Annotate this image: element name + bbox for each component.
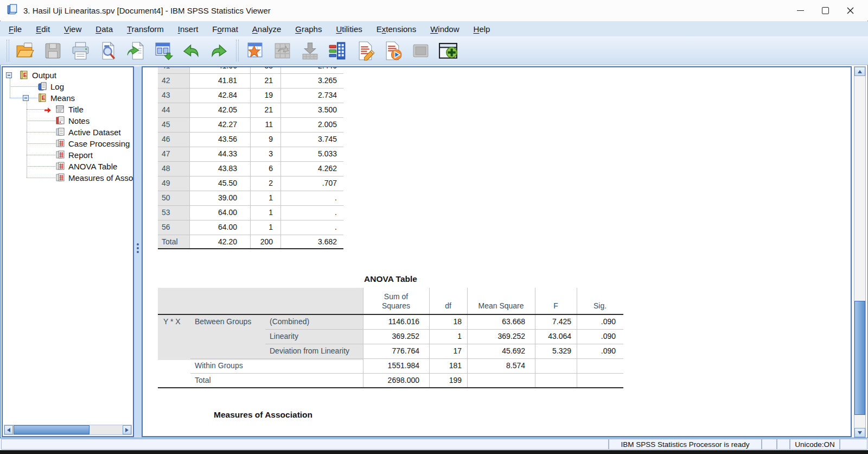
content-vertical-scrollbar[interactable] bbox=[854, 66, 866, 438]
report-cell: 3 bbox=[250, 147, 273, 161]
anova-sub-label: Deviation from Linearity bbox=[270, 344, 361, 358]
window-title: 3. Hasil Uji Linearitas.spv [Document4] … bbox=[23, 6, 271, 15]
close-icon bbox=[847, 7, 854, 14]
right-arrow-icon bbox=[125, 428, 129, 432]
goto-case-icon[interactable] bbox=[243, 39, 266, 62]
report-cell: 1 bbox=[250, 191, 273, 205]
sidebar-item-output[interactable]: Output bbox=[32, 70, 56, 81]
tree-expander-means[interactable] bbox=[23, 95, 29, 101]
content-vscroll-thumb[interactable] bbox=[854, 301, 865, 415]
sidebar-item-report[interactable]: Report bbox=[68, 149, 93, 161]
report-row-label: 48 bbox=[162, 161, 188, 176]
menu-analyze[interactable]: Analyze bbox=[245, 23, 288, 35]
print-icon[interactable] bbox=[69, 39, 92, 62]
sidebar-item-title[interactable]: Title bbox=[68, 104, 84, 115]
anova-group-label: Total bbox=[195, 373, 263, 388]
tree-connector bbox=[27, 121, 55, 121]
book-icon: E bbox=[37, 93, 47, 103]
status-cell-empty bbox=[777, 439, 790, 450]
report-row-label: 49 bbox=[162, 176, 188, 191]
table-icon bbox=[55, 150, 65, 160]
menu-format[interactable]: Format bbox=[205, 23, 245, 35]
status-cell-empty bbox=[840, 439, 867, 450]
report-cell: . bbox=[280, 220, 337, 235]
close-button[interactable] bbox=[838, 0, 863, 21]
menu-view[interactable]: View bbox=[57, 23, 88, 35]
unicode-status: Unicode:ON bbox=[790, 439, 840, 450]
menu-graphs[interactable]: Graphs bbox=[288, 23, 329, 35]
variables-icon[interactable] bbox=[326, 39, 349, 62]
anova-cell: 1 bbox=[429, 329, 462, 344]
report-cell: . bbox=[280, 205, 337, 220]
tree-connector bbox=[27, 155, 55, 155]
menu-window[interactable]: Window bbox=[423, 23, 466, 35]
sidebar-item-measures-of-asso[interactable]: Measures of Asso bbox=[68, 172, 133, 184]
designate-window-icon[interactable] bbox=[437, 39, 459, 62]
window-bottom-edge bbox=[0, 450, 868, 454]
outline-tree-panel[interactable]: EOutputLogEMeansTitleNotesActive Dataset… bbox=[2, 66, 134, 437]
sidebar-item-log[interactable]: Log bbox=[50, 81, 64, 92]
undo-icon[interactable] bbox=[180, 39, 202, 62]
print-preview-icon[interactable] bbox=[97, 39, 119, 62]
scroll-left-button[interactable] bbox=[4, 425, 13, 434]
scroll-right-button[interactable] bbox=[123, 425, 131, 434]
menu-data[interactable]: Data bbox=[88, 23, 120, 35]
recall-dialogs-icon[interactable] bbox=[152, 39, 175, 62]
report-cell: . bbox=[280, 191, 337, 205]
output-content-panel[interactable]: 4141.06332.4464241.81213.2654342.84192.7… bbox=[142, 66, 852, 437]
menu-transform[interactable]: Transform bbox=[120, 23, 171, 35]
report-cell: 2 bbox=[250, 176, 273, 191]
log-icon bbox=[37, 81, 47, 91]
report-cell: 3.500 bbox=[280, 103, 337, 117]
anova-cell: 1146.016 bbox=[363, 314, 419, 329]
tree-hscroll-thumb[interactable] bbox=[14, 425, 90, 434]
report-cell: 45.50 bbox=[189, 176, 237, 191]
down-arrow-icon bbox=[858, 431, 862, 434]
sidebar-item-anova-table[interactable]: ANOVA Table bbox=[68, 161, 117, 172]
report-cell: 42.05 bbox=[189, 103, 237, 117]
report-cell: 33 bbox=[250, 66, 273, 73]
tree-connector bbox=[27, 132, 55, 133]
tree-horizontal-scrollbar[interactable] bbox=[4, 425, 132, 435]
edit-document-icon[interactable] bbox=[354, 39, 376, 62]
report-cell: 41.06 bbox=[189, 66, 237, 73]
export-icon[interactable] bbox=[124, 39, 147, 62]
report-row-label: Total bbox=[162, 235, 188, 249]
report-table[interactable]: 4141.06332.4464241.81213.2654342.84192.7… bbox=[158, 66, 343, 249]
report-row-label: 43 bbox=[162, 88, 188, 103]
menu-insert[interactable]: Insert bbox=[171, 23, 206, 35]
report-row-label: 53 bbox=[162, 205, 188, 220]
tree-connector bbox=[27, 166, 55, 167]
anova-cell: .090 bbox=[577, 344, 616, 358]
report-row-label: 44 bbox=[162, 103, 188, 117]
anova-table-title: ANOVA Table bbox=[158, 274, 623, 284]
book-icon: E bbox=[19, 70, 29, 80]
split-divider[interactable] bbox=[134, 66, 142, 437]
menu-file[interactable]: File bbox=[2, 23, 29, 35]
menu-help[interactable]: Help bbox=[467, 23, 497, 35]
report-cell: 42.20 bbox=[189, 235, 237, 249]
menu-utilities[interactable]: Utilities bbox=[329, 23, 369, 35]
run-script-icon[interactable] bbox=[381, 39, 404, 62]
scroll-up-button[interactable] bbox=[854, 67, 865, 76]
anova-table[interactable]: Sum ofSquaresdfMean SquareFSig.Y * XBetw… bbox=[158, 288, 623, 388]
scroll-down-button[interactable] bbox=[854, 428, 865, 437]
sidebar-item-case-processing[interactable]: Case Processing bbox=[68, 138, 130, 149]
anova-cell: 8.574 bbox=[467, 358, 525, 373]
sidebar-item-active-dataset[interactable]: Active Dataset bbox=[68, 127, 121, 138]
title-bar: 3. Hasil Uji Linearitas.spv [Document4] … bbox=[0, 0, 868, 21]
menu-extensions[interactable]: Extensions bbox=[369, 23, 423, 35]
tree-expander-output[interactable] bbox=[6, 72, 12, 78]
redo-icon[interactable] bbox=[207, 39, 230, 62]
minimize-button[interactable] bbox=[788, 0, 813, 21]
tree-connector bbox=[27, 143, 55, 144]
sidebar-item-means[interactable]: Means bbox=[50, 92, 75, 104]
goto-variable-icon bbox=[271, 39, 293, 62]
menu-edit[interactable]: Edit bbox=[29, 23, 57, 35]
left-arrow-icon bbox=[7, 428, 10, 432]
notes-icon bbox=[55, 116, 65, 125]
sidebar-item-notes[interactable]: Notes bbox=[68, 115, 90, 127]
open-file-icon[interactable] bbox=[14, 39, 36, 62]
report-row-label: 46 bbox=[162, 132, 188, 147]
maximize-button[interactable] bbox=[813, 0, 838, 21]
